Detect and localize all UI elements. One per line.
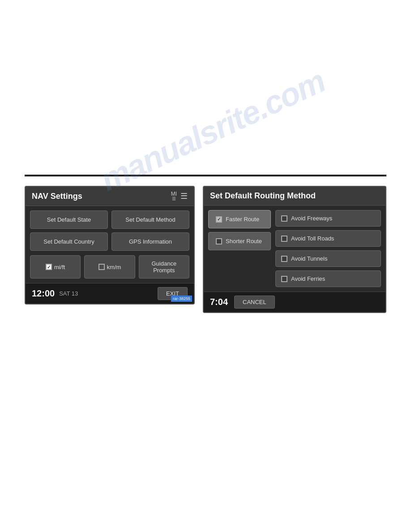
avoid-toll-roads-checkbox bbox=[281, 236, 287, 242]
avoid-ferries-button[interactable]: Avoid Ferries bbox=[275, 270, 381, 287]
avoid-ferries-checkbox bbox=[281, 276, 287, 282]
routing-screen: Set Default Routing Method ✓ Faster Rout… bbox=[203, 186, 386, 313]
nav-buttons-grid: Set Default State Set Default Method Set… bbox=[26, 206, 194, 255]
nav-footer-left: 12:00 SAT 13 bbox=[32, 288, 78, 299]
gps-information-button[interactable]: GPS Information bbox=[111, 232, 189, 251]
nav-header-icons: MI ☰ ☰ bbox=[171, 191, 188, 201]
routing-title: Set Default Routing Method bbox=[210, 191, 316, 200]
set-default-state-button[interactable]: Set Default State bbox=[30, 210, 108, 229]
mi-label: MI ☰ bbox=[171, 191, 177, 201]
avoid-freeways-checkbox bbox=[281, 215, 287, 222]
route-options-col: ✓ Faster Route Shorter Route bbox=[208, 210, 271, 287]
screens-container: NAV Settings MI ☰ ☰ Set Default State Se… bbox=[25, 186, 386, 313]
routing-footer: 7:04 CANCEL bbox=[204, 292, 385, 312]
avoid-tunnels-button[interactable]: Avoid Tunnels bbox=[275, 250, 381, 267]
avoid-options-col: Avoid Freeways Avoid Toll Roads Avoid Tu… bbox=[275, 210, 381, 287]
km-m-button[interactable]: km/m bbox=[84, 255, 135, 279]
guidance-prompts-button[interactable]: Guidance Prompts bbox=[139, 255, 189, 279]
routing-header: Set Default Routing Method bbox=[204, 187, 385, 206]
avoid-tunnels-checkbox bbox=[281, 256, 287, 262]
faster-route-checkbox: ✓ bbox=[216, 216, 222, 223]
km-m-checkbox bbox=[98, 264, 105, 270]
nav-time: 12:00 bbox=[32, 288, 55, 299]
nav-title: NAV Settings bbox=[32, 192, 82, 201]
shorter-route-checkbox bbox=[216, 238, 222, 245]
shorter-route-button[interactable]: Shorter Route bbox=[208, 232, 271, 250]
faster-route-button[interactable]: ✓ Faster Route bbox=[208, 210, 271, 228]
watermark: manualsrite.com bbox=[73, 52, 352, 208]
routing-body: ✓ Faster Route Shorter Route Avoid Freew… bbox=[204, 206, 385, 292]
ref-badge: rar-38255 bbox=[171, 296, 192, 302]
nav-header: NAV Settings MI ☰ ☰ bbox=[26, 187, 194, 206]
unit-row: ✓ mi/ft km/m Guidance Prompts bbox=[26, 255, 194, 283]
cancel-button[interactable]: CANCEL bbox=[234, 296, 275, 309]
settings-icon: ☰ bbox=[180, 191, 188, 201]
mi-ft-checkbox: ✓ bbox=[46, 264, 52, 270]
set-default-method-button[interactable]: Set Default Method bbox=[111, 210, 189, 229]
avoid-freeways-button[interactable]: Avoid Freeways bbox=[275, 210, 381, 227]
avoid-toll-roads-button[interactable]: Avoid Toll Roads bbox=[275, 230, 381, 247]
nav-date: SAT 13 bbox=[59, 290, 78, 297]
nav-footer: 12:00 SAT 13 EXIT bbox=[26, 283, 194, 304]
mi-ft-button[interactable]: ✓ mi/ft bbox=[30, 255, 81, 279]
divider bbox=[25, 175, 386, 176]
routing-time: 7:04 bbox=[210, 297, 228, 307]
set-default-country-button[interactable]: Set Default Country bbox=[30, 232, 108, 251]
nav-settings-screen: NAV Settings MI ☰ ☰ Set Default State Se… bbox=[25, 186, 195, 305]
